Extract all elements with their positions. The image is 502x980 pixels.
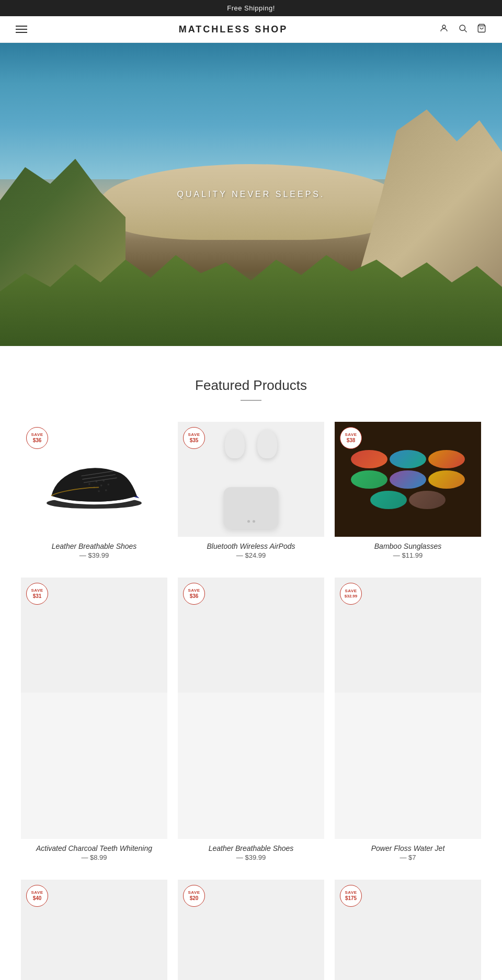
site-logo[interactable]: MATCHLESS SHOP — [27, 24, 439, 35]
product-name-teeth-whitening: Activated Charcoal Teeth Whitening — [21, 844, 167, 852]
product-card-water-jet[interactable]: SAVE $32.99 Power Floss Water Jet — $7 — [335, 578, 481, 864]
product-card-teeth-whitening[interactable]: SAVE $31 Activated Charcoal Teeth Whiten… — [21, 578, 167, 864]
product-price-airpods: — $24.99 — [178, 551, 324, 559]
product-grid: SAVE $36 — [21, 422, 481, 980]
svg-point-12 — [105, 489, 107, 491]
product-price-water-jet: — $7 — [335, 854, 481, 861]
product-card-airpods[interactable]: SAVE $35 — [178, 422, 324, 562]
save-badge-suits: SAVE $175 — [340, 885, 362, 907]
product-info-leather-shoes-1: Leather Breathable Shoes — $39.99 — [21, 537, 167, 562]
product-image-suits: SAVE $175 — [335, 880, 481, 980]
product-price-teeth-whitening: — $8.99 — [21, 854, 167, 861]
product-image-teeth-whitening: SAVE $31 — [21, 578, 167, 839]
save-badge-loafers: SAVE $40 — [26, 885, 48, 907]
product-price-leather-shoes-1: — $39.99 — [21, 551, 167, 559]
cart-icon[interactable] — [477, 24, 486, 35]
svg-point-0 — [442, 25, 446, 28]
product-info-sunglasses: Bamboo Sunglasses — $11.99 — [335, 537, 481, 562]
product-image-airpods: SAVE $35 — [178, 422, 324, 537]
svg-point-11 — [98, 490, 100, 492]
product-info-teeth-whitening: Activated Charcoal Teeth Whitening — $8.… — [21, 839, 167, 864]
save-badge-sunglasses: SAVE $38 — [340, 427, 362, 449]
featured-divider — [241, 400, 261, 401]
featured-products-section: Featured Products SAVE $36 — [0, 346, 502, 980]
header: MATCHLESS SHOP — [0, 16, 502, 43]
product-price-leather-shoes-2: — $39.99 — [178, 854, 324, 861]
save-badge-leather-shoes-1: SAVE $36 — [26, 427, 48, 449]
save-badge-leather-shoes-2: SAVE $36 — [183, 583, 205, 605]
menu-button[interactable] — [16, 26, 27, 33]
product-image-leather-shoes-2: SAVE $36 — [178, 578, 324, 839]
svg-point-1 — [460, 25, 465, 31]
save-badge-airpods: SAVE $35 — [183, 427, 205, 449]
svg-point-5 — [88, 483, 90, 485]
svg-line-2 — [464, 30, 466, 32]
product-card-loafers[interactable]: SAVE $40 Loafers (9 variants) — $42.99 — [21, 880, 167, 980]
product-image-leather-shoes-1: SAVE $36 — [21, 422, 167, 537]
product-image-water-jet: SAVE $32.99 — [335, 578, 481, 839]
product-image-compelling: SAVE $20 — [178, 880, 324, 980]
svg-point-9 — [100, 485, 102, 487]
top-banner: Free Shipping! — [0, 0, 502, 16]
product-name-leather-shoes-1: Leather Breathable Shoes — [21, 542, 167, 550]
hero-section: QUALITY NEVER SLEEPS. — [0, 43, 502, 346]
product-image-loafers: SAVE $40 — [21, 880, 167, 980]
product-card-suits[interactable]: SAVE $175 Suits (Jacket + Pants) — $80 — [335, 880, 481, 980]
product-info-water-jet: Power Floss Water Jet — $7 — [335, 839, 481, 864]
product-info-leather-shoes-2: Leather Breathable Shoes — $39.99 — [178, 839, 324, 864]
product-card-leather-shoes-1[interactable]: SAVE $36 — [21, 422, 167, 562]
product-name-water-jet: Power Floss Water Jet — [335, 844, 481, 852]
hero-grass — [0, 255, 502, 346]
product-name-leather-shoes-2: Leather Breathable Shoes — [178, 844, 324, 852]
save-badge-compelling: SAVE $20 — [183, 885, 205, 907]
product-name-airpods: Bluetooth Wireless AirPods — [178, 542, 324, 550]
save-badge-teeth-whitening: SAVE $31 — [26, 583, 48, 605]
product-name-sunglasses: Bamboo Sunglasses — [335, 542, 481, 550]
featured-title: Featured Products — [21, 377, 481, 394]
svg-point-10 — [107, 483, 109, 486]
hero-beach — [100, 164, 402, 240]
product-image-sunglasses: SAVE $38 — [335, 422, 481, 537]
hero-tagline: QUALITY NEVER SLEEPS. — [177, 190, 325, 199]
product-card-compelling[interactable]: SAVE $20 Compelling — $5 — [178, 880, 324, 980]
save-badge-water-jet: SAVE $32.99 — [340, 583, 362, 605]
product-price-sunglasses: — $11.99 — [335, 551, 481, 559]
header-icons — [439, 24, 486, 35]
sunglasses-row — [335, 445, 481, 514]
product-card-leather-shoes-2[interactable]: SAVE $36 Leather Breathable Shoes — $39.… — [178, 578, 324, 864]
product-info-airpods: Bluetooth Wireless AirPods — $24.99 — [178, 537, 324, 562]
user-icon[interactable] — [439, 24, 449, 35]
banner-text: Free Shipping! — [227, 4, 275, 12]
product-card-sunglasses[interactable]: SAVE $38 Bamboo — [335, 422, 481, 562]
search-icon[interactable] — [458, 24, 467, 35]
